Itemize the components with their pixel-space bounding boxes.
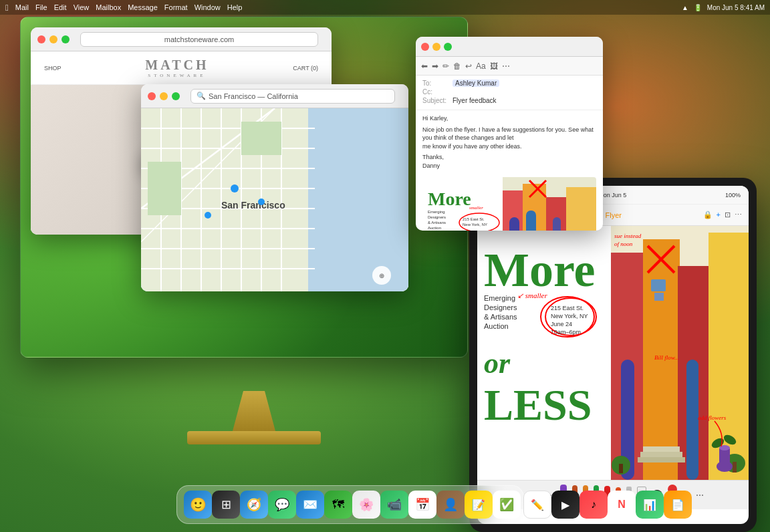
ipad-screen[interactable]: Done Mon Jun 5 100% ← ⊞ ≡ 🔖 Flyer 🔒 + ⊡ … (477, 186, 749, 524)
safari-close-button[interactable] (37, 35, 45, 43)
svg-text:Designers: Designers (428, 215, 446, 219)
dock-mail[interactable]: ✉️ (296, 491, 324, 519)
monitor-base (187, 431, 321, 444)
maps-search-bar[interactable]: 🔍 San Francisco — California (190, 89, 395, 104)
ipad-doc-title: Flyer (605, 211, 621, 219)
dock-maps[interactable]: 🗺 (324, 491, 352, 519)
dock-pages[interactable]: 📄 (664, 491, 692, 519)
maps-search-text: San Francisco — California (209, 92, 298, 100)
maps-close-button[interactable] (148, 92, 156, 100)
svg-text:of noon: of noon (614, 241, 633, 247)
reminders-icon: ✅ (499, 497, 514, 512)
finder-icon: 🙂 (190, 497, 207, 513)
safari-brand-logo: MATCH STONEWARE (145, 57, 209, 78)
dock-messages[interactable]: 💬 (268, 491, 296, 519)
dock-reminders[interactable]: ✅ (493, 491, 521, 519)
dock-numbers[interactable]: 📊 (636, 491, 664, 519)
dock-music[interactable]: ♪ (580, 491, 608, 519)
safari-shop-nav[interactable]: SHOP (44, 65, 61, 72)
mail-toolbar-photo[interactable]: 🖼 (490, 61, 498, 71)
svg-text:⊕: ⊕ (379, 272, 384, 279)
svg-rect-73 (686, 360, 698, 480)
svg-text:Auction: Auction (484, 322, 509, 330)
svg-text:More: More (484, 243, 596, 297)
maps-window[interactable]: 🔍 San Francisco — California (141, 84, 408, 291)
mail-toolbar-emoji[interactable]: ⋯ (502, 61, 510, 71)
dock-photos[interactable]: 🌸 (352, 491, 380, 519)
safari-icon: 🧭 (247, 497, 261, 512)
svg-text:smaller: smaller (469, 205, 483, 211)
menu-mailbox[interactable]: Mailbox (96, 3, 121, 11)
mail-minimize-button[interactable] (432, 43, 440, 51)
mail-toolbar-archive[interactable]: ⬅ (421, 61, 428, 71)
apple-menu-icon[interactable]:  (5, 3, 9, 13)
menu-format[interactable]: Format (164, 3, 188, 11)
maps-content[interactable]: San Francisco ⊕ (141, 108, 408, 291)
dock-calendar[interactable]: 📅 (408, 491, 436, 519)
svg-rect-20 (148, 162, 181, 215)
svg-text:Bill flow...: Bill flow... (654, 354, 679, 361)
dock-contacts[interactable]: 👤 (436, 491, 465, 519)
dock-freeform[interactable]: ✏️ (523, 491, 551, 519)
mail-cc-label: Cc: (422, 88, 453, 96)
safari-cart[interactable]: CART (0) (293, 65, 318, 72)
mail-close-button[interactable] (421, 43, 429, 51)
menu-view[interactable]: View (74, 3, 90, 11)
svg-rect-77 (638, 457, 685, 462)
dock-notes[interactable]: 📝 (465, 491, 493, 519)
menu-file[interactable]: File (35, 3, 47, 11)
menu-message[interactable]: Message (128, 3, 158, 11)
menu-window[interactable]: Window (195, 3, 221, 11)
messages-icon: 💬 (275, 497, 289, 512)
dock-appletv[interactable]: ▶ (551, 491, 580, 519)
menu-bar:  Mail File Edit View Mailbox Message Fo… (0, 0, 770, 15)
mail-to-value: Ashley Kumar (453, 80, 499, 87)
dock-news[interactable]: N (608, 491, 636, 519)
menu-bar-left:  Mail File Edit View Mailbox Message Fo… (5, 3, 242, 13)
ipad-toolbar-right-group: 🔒 + ⊡ ⋯ (703, 211, 742, 219)
dock-safari[interactable]: 🧭 (240, 491, 268, 519)
mail-toolbar-delete[interactable]: 🗑 (453, 61, 461, 71)
appletv-icon: ▶ (561, 499, 569, 511)
ipad-flyer-content: More Emerging Designers & Artisans Aucti… (477, 226, 749, 480)
mail-toolbar-reply[interactable]: ↩ (465, 61, 472, 71)
ipad-share-icon[interactable]: ⊡ (725, 211, 731, 219)
svg-text:June 24: June 24 (551, 321, 572, 327)
mail-toolbar-forward[interactable]: ➡ (432, 61, 438, 71)
svg-text:sue instead: sue instead (614, 233, 642, 239)
dock-finder[interactable]: 🙂 (184, 491, 212, 519)
mail-flyer-attachment: More Emerging Designers & Artisans Aucti… (422, 177, 596, 231)
svg-text:New York, NY: New York, NY (551, 313, 588, 319)
mail-titlebar (416, 37, 603, 57)
pages-icon: 📄 (671, 499, 684, 511)
svg-text:New York, NY: New York, NY (463, 223, 487, 227)
mail-maximize-button[interactable] (444, 43, 452, 51)
ipad-lock-icon[interactable]: 🔒 (703, 211, 713, 219)
mail-body-name: Danny (422, 162, 596, 170)
menu-mail[interactable]: Mail (15, 3, 29, 11)
maps-minimize-button[interactable] (160, 92, 168, 100)
safari-url-bar[interactable]: matchstoneware.com (80, 32, 318, 47)
menu-edit[interactable]: Edit (54, 3, 67, 11)
menu-bar-right: ▲ 🔋 Mon Jun 5 8:41 AM (682, 4, 765, 11)
monitor-screen: matchstoneware.com SHOP MATCH STONEWARE … (20, 17, 468, 358)
drawing-settings-icon[interactable]: ⋯ (696, 491, 704, 500)
mail-toolbar-compose[interactable]: ✏ (442, 61, 449, 71)
ipad-add-icon[interactable]: + (717, 211, 721, 219)
mail-window[interactable]: ⬅ ➡ ✏ 🗑 ↩ Aa 🖼 ⋯ To: Ashley Kumar Cc: Su… (416, 37, 603, 231)
safari-maximize-button[interactable] (61, 35, 70, 43)
ipad-more-icon[interactable]: ⋯ (735, 211, 742, 219)
mail-toolbar-more[interactable]: Aa (476, 61, 486, 71)
wifi-icon: ▲ (682, 4, 688, 11)
menu-help[interactable]: Help (227, 3, 243, 11)
svg-text:San Francisco: San Francisco (221, 200, 285, 211)
mail-header: To: Ashley Kumar Cc: Subject: Flyer feed… (416, 76, 603, 110)
svg-text:& Artisans: & Artisans (428, 221, 446, 225)
maps-maximize-button[interactable] (172, 92, 180, 100)
dock-facetime[interactable]: 📹 (380, 491, 408, 519)
svg-text:215 East St.: 215 East St. (463, 217, 485, 221)
svg-rect-83 (619, 464, 623, 473)
map-view[interactable]: San Francisco ⊕ (141, 108, 408, 291)
dock-launchpad[interactable]: ⊞ (212, 491, 240, 519)
safari-minimize-button[interactable] (49, 35, 57, 43)
